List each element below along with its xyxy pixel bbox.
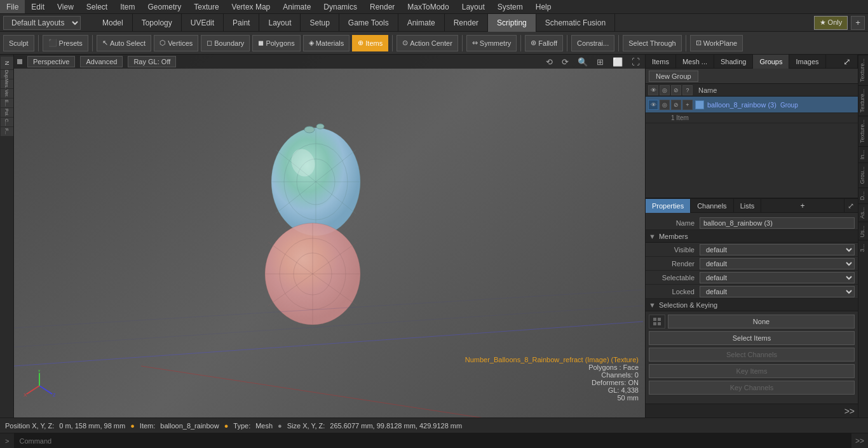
vp-icon-4[interactable]: ⊞	[595, 57, 606, 67]
polygons-btn[interactable]: ◼ Polygons	[252, 35, 300, 51]
tab-game-tools[interactable]: Game Tools	[339, 14, 398, 32]
right-label-texture2[interactable]: Texture...	[858, 85, 868, 116]
tab-animate[interactable]: Animate	[398, 14, 445, 32]
right-tab-shading[interactable]: Shading	[714, 55, 753, 69]
props-tab-channels[interactable]: Channels	[691, 199, 733, 213]
select-items-btn[interactable]: Select Items	[649, 331, 855, 345]
layout-dropdown[interactable]: Default Layouts	[3, 16, 81, 30]
members-section[interactable]: ▼ Members	[646, 230, 858, 243]
left-tool-mes[interactable]: Mes.	[1, 79, 13, 88]
item-eye-icon[interactable]: 👁	[648, 100, 658, 110]
select-channels-btn[interactable]: Select Channels	[649, 348, 855, 362]
right-label-as[interactable]: As...	[858, 203, 868, 222]
presets-btn[interactable]: ⬛ Presets	[43, 35, 88, 51]
vp-icon-2[interactable]: ⟳	[560, 57, 571, 67]
visible-select[interactable]: default	[700, 244, 855, 255]
props-expand-icon[interactable]: ⤢	[844, 199, 858, 213]
menu-view[interactable]: View	[51, 0, 80, 13]
menu-item[interactable]: Item	[114, 0, 141, 13]
new-group-btn[interactable]: New Group	[649, 71, 698, 82]
menu-texture[interactable]: Texture	[187, 0, 225, 13]
right-label-grou[interactable]: Grou...	[858, 163, 868, 187]
tab-setup[interactable]: Setup	[301, 14, 339, 32]
menu-render[interactable]: Render	[363, 0, 401, 13]
items-btn[interactable]: ⊕ Items	[352, 35, 388, 51]
right-label-3[interactable]: 3...	[858, 240, 868, 255]
props-tab-lists[interactable]: Lists	[734, 199, 762, 213]
action-center-btn[interactable]: ⊙ Action Center	[397, 35, 458, 51]
right-label-texture1[interactable]: Texture...	[858, 55, 868, 85]
menu-vertex-map[interactable]: Vertex Map	[226, 0, 277, 13]
sculpt-btn[interactable]: Sculpt	[3, 35, 34, 51]
auto-select-btn[interactable]: ↖ Auto Select	[97, 35, 151, 51]
prop-name-value[interactable]	[700, 217, 855, 229]
work-plane-btn[interactable]: ⊡ WorkPlane	[690, 35, 743, 51]
command-input[interactable]	[14, 433, 851, 448]
prop-selectable-value[interactable]: default	[700, 272, 855, 283]
right-label-us[interactable]: Us...	[858, 222, 868, 241]
expand-btn[interactable]: ⤢	[837, 55, 858, 69]
menu-animate[interactable]: Animate	[276, 0, 317, 13]
star-only-btn[interactable]: ★ Only	[814, 16, 848, 30]
right-tab-mesh[interactable]: Mesh ...	[676, 55, 714, 69]
viewport[interactable]: Perspective Advanced Ray GL: Off ⟲ ⟳ 🔍 ⊞…	[14, 55, 645, 417]
add-layout-btn[interactable]: +	[851, 16, 865, 30]
right-tab-groups[interactable]: Groups	[753, 55, 789, 69]
left-tool-pol[interactable]: Pol.	[1, 108, 13, 117]
key-channels-btn[interactable]: Key Channels	[649, 381, 855, 395]
item-render-icon[interactable]: ◎	[660, 100, 670, 110]
group-item-balloon[interactable]: 👁 ◎ ⊘ + balloon_8_rainbow (3) Group	[646, 97, 858, 113]
left-tool-dup[interactable]: Dup.	[1, 70, 13, 79]
item-plus-icon[interactable]: +	[682, 100, 693, 110]
tab-uvedit[interactable]: UVEdit	[182, 14, 224, 32]
tab-layout[interactable]: Layout	[259, 14, 301, 32]
tab-topology[interactable]: Topology	[133, 14, 182, 32]
collapse-arrow-icon[interactable]: >>	[844, 406, 855, 416]
vp-icon-5[interactable]: ⬜	[611, 57, 625, 67]
menu-maxtomodo[interactable]: MaxToModo	[401, 0, 455, 13]
key-items-btn[interactable]: Key Items	[649, 364, 855, 378]
advanced-btn[interactable]: Advanced	[80, 56, 123, 67]
menu-dynamics[interactable]: Dynamics	[317, 0, 363, 13]
sel-keying-section[interactable]: ▼ Selection & Keying	[646, 299, 858, 311]
perspective-btn[interactable]: Perspective	[27, 56, 75, 67]
prop-locked-value[interactable]: default	[700, 286, 855, 297]
constrai-btn[interactable]: Constrai...	[571, 35, 614, 51]
vp-icon-6[interactable]: ⛶	[630, 57, 642, 67]
vp-icon-3[interactable]: 🔍	[576, 57, 590, 67]
tab-scripting[interactable]: Scripting	[488, 14, 536, 32]
props-tab-properties[interactable]: Properties	[646, 199, 691, 213]
menu-file[interactable]: File	[0, 0, 25, 13]
tab-paint[interactable]: Paint	[224, 14, 259, 32]
locked-select[interactable]: default	[700, 286, 855, 297]
falloff-btn[interactable]: ⊛ Falloff	[525, 35, 563, 51]
left-tool-f[interactable]: F...	[1, 127, 13, 136]
header-render-icon[interactable]: ◎	[660, 85, 670, 95]
left-tool-e[interactable]: E...	[1, 98, 13, 107]
select-through-btn[interactable]: Select Through	[623, 35, 681, 51]
left-tool-c[interactable]: C...	[1, 118, 13, 126]
menu-layout[interactable]: Layout	[456, 0, 491, 13]
props-tab-add[interactable]: +	[796, 201, 810, 210]
item-lock-icon[interactable]: ⊘	[671, 100, 681, 110]
menu-geometry[interactable]: Geometry	[142, 0, 188, 13]
menu-edit[interactable]: Edit	[25, 0, 51, 13]
materials-btn[interactable]: ◈ Materials	[303, 35, 350, 51]
right-tab-images[interactable]: Images	[789, 55, 825, 69]
none-btn[interactable]: None	[668, 315, 855, 329]
selectable-select[interactable]: default	[700, 272, 855, 283]
prop-visible-value[interactable]: default	[700, 244, 855, 255]
symmetry-btn[interactable]: ⇔ Symmetry	[466, 35, 517, 51]
tab-schematic-fusion[interactable]: Schematic Fusion	[536, 14, 615, 32]
tab-render[interactable]: Render	[445, 14, 488, 32]
menu-system[interactable]: System	[491, 0, 529, 13]
header-info-icon[interactable]: ?	[682, 85, 693, 95]
ray-gl-btn[interactable]: Ray GL: Off	[128, 56, 176, 67]
left-tool-ver[interactable]: Ver.	[1, 89, 13, 98]
command-arrow-icon[interactable]: >>	[851, 437, 868, 445]
header-lock-icon[interactable]: ⊘	[671, 85, 681, 95]
vp-icon-1[interactable]: ⟲	[544, 57, 555, 67]
header-eye-icon[interactable]: 👁	[648, 85, 658, 95]
tab-model[interactable]: Model	[93, 14, 133, 32]
right-label-texture3[interactable]: Texture...	[858, 116, 868, 146]
